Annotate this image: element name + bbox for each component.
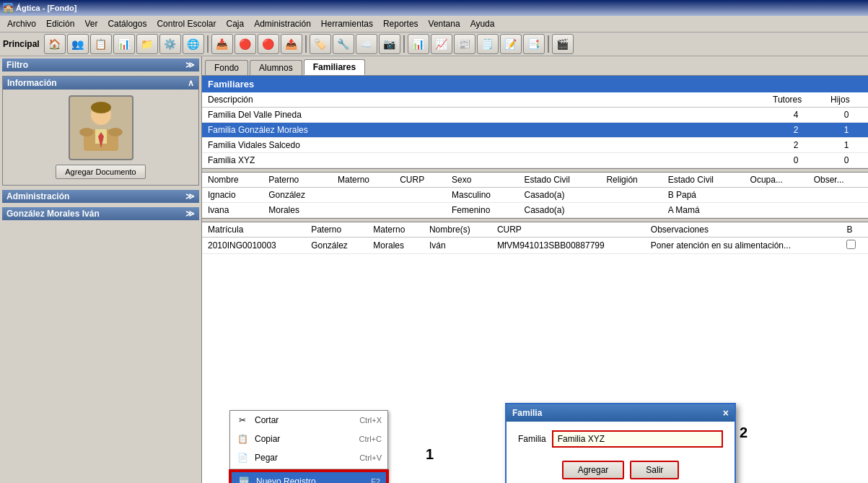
tb-btn-15[interactable]: 📷 [379, 34, 400, 54]
cell-hijos: 0 [825, 108, 868, 123]
menu-administracion[interactable]: Administración [250, 17, 315, 30]
tb-btn-8[interactable]: 📥 [211, 34, 233, 54]
menu-catalogos[interactable]: Catálogos [103, 17, 151, 30]
dialog-salir-button[interactable]: Salir [630, 461, 679, 479]
dialog-agregar-button[interactable]: Agregar [562, 461, 625, 479]
tb-btn-13[interactable]: 🔧 [333, 34, 354, 54]
ctx-copiar[interactable]: 📋 Copiar Ctrl+C [230, 430, 387, 448]
tb-btn-16[interactable]: 📊 [408, 34, 429, 54]
dialog-close-button[interactable]: × [723, 407, 729, 419]
familiares-table: Descripción Tutores Hijos Familia Del Va… [202, 92, 868, 168]
toolbar: Principal 🏠 👥 📋 📊 📁 ⚙️ 🌐 📥 🔴 🔴 📤 🏷️ 🔧 ☁️… [0, 32, 868, 56]
table-row[interactable]: Familia González Morales 2 1 [202, 123, 868, 138]
cell-hijos: 1 [825, 123, 868, 138]
tb-btn-18[interactable]: 📰 [454, 34, 475, 54]
tb-btn-22[interactable]: 🎬 [552, 34, 574, 54]
cell-sexo: Masculino [446, 188, 519, 203]
tb-btn-19[interactable]: 🗒️ [477, 34, 499, 54]
ctx-cortar-label: Cortar [255, 415, 354, 425]
cell-religion [600, 188, 662, 203]
cell-descripcion: Familia Vidales Salcedo [202, 138, 767, 153]
ctx-nuevo-shortcut: F2 [371, 477, 380, 483]
person-table-container: Nombre Paterno Materno CURP Sexo Estado … [202, 173, 868, 218]
tb-btn-10[interactable]: 🔴 [258, 34, 279, 54]
table-row[interactable]: Ignacio González Masculino Casado(a) B P… [202, 188, 868, 203]
tb-btn-21[interactable]: 📑 [523, 34, 545, 54]
tb-btn-7[interactable]: 🌐 [183, 34, 204, 54]
tb-btn-11[interactable]: 📤 [281, 34, 302, 54]
gonzalez-morales-header[interactable]: González Morales Iván ≫ [2, 207, 199, 220]
tab-familiares[interactable]: Familiares [304, 59, 365, 75]
cell-a-materno: Morales [367, 238, 424, 254]
col-a-paterno: Paterno [305, 222, 367, 238]
svg-point-6 [79, 128, 94, 136]
gonzalez-morales-label: González Morales Iván [6, 209, 100, 219]
dialog-footer: Agregar Salir [507, 456, 735, 483]
ctx-pegar-shortcut: Ctrl+V [359, 453, 382, 462]
filtro-header[interactable]: Filtro ≫ [2, 58, 199, 71]
agregar-documento-button[interactable]: Agregar Documento [56, 165, 145, 179]
cell-sexo: Femenino [446, 203, 519, 218]
menu-reportes[interactable]: Reportes [379, 17, 423, 30]
ctx-separator [230, 469, 387, 469]
tb-btn-5[interactable]: 📁 [136, 34, 158, 54]
cell-tutores: 2 [767, 123, 825, 138]
menu-archivo[interactable]: Archivo [3, 17, 40, 30]
cell-matricula: 2010ING0010003 [202, 238, 305, 254]
informacion-header[interactable]: Información ∧ [3, 77, 198, 90]
table-row[interactable]: Familia XYZ 0 0 [202, 153, 868, 168]
col-observaciones: Observaciones [645, 222, 841, 238]
administracion-header[interactable]: Administración ≫ [2, 190, 199, 203]
tb-btn-9[interactable]: 🔴 [234, 34, 256, 54]
familiares-title: Familiares [202, 76, 868, 92]
ctx-cortar-shortcut: Ctrl+X [359, 416, 382, 425]
col-a-curp: CURP [491, 222, 645, 238]
col-obser: Obser... [808, 173, 868, 188]
table-row[interactable]: Familia Vidales Salcedo 2 1 [202, 138, 868, 153]
menu-caja[interactable]: Caja [222, 17, 248, 30]
tb-btn-12[interactable]: 🏷️ [310, 34, 331, 54]
tb-btn-4[interactable]: 📊 [113, 34, 135, 54]
ctx-pegar[interactable]: 📄 Pegar Ctrl+V [230, 448, 387, 467]
menu-control-escolar[interactable]: Control Escolar [152, 17, 220, 30]
ctx-nuevo-label: Nuevo Registro [256, 477, 365, 483]
dialog-title-bar: Familia × [507, 404, 735, 422]
table-row[interactable]: Ivana Morales Femenino Casado(a) A Mamá [202, 203, 868, 218]
tb-btn-1[interactable]: 🏠 [44, 34, 66, 54]
cell-b [841, 238, 868, 254]
menu-edicion[interactable]: Edición [42, 17, 79, 30]
ctx-cortar[interactable]: ✂ Cortar Ctrl+X [230, 411, 387, 430]
menu-herramientas[interactable]: Herramientas [317, 17, 377, 30]
dialog-title-text: Familia [512, 408, 542, 418]
new-icon: 🆕 [237, 475, 250, 483]
dialog-familia-input[interactable] [552, 430, 723, 448]
gonzalez-morales-section: González Morales Iván ≫ [2, 207, 199, 220]
menu-ventana[interactable]: Ventana [424, 17, 465, 30]
gonzalez-morales-collapse-icon[interactable]: ≫ [185, 209, 195, 219]
paste-icon: 📄 [236, 451, 249, 464]
filtro-collapse-icon[interactable]: ≫ [185, 60, 195, 70]
table-row[interactable]: 2010ING0010003 González Morales Iván MfV… [202, 238, 868, 254]
administracion-collapse-icon[interactable]: ≫ [185, 191, 195, 201]
tb-btn-17[interactable]: 📈 [431, 34, 452, 54]
menu-ayuda[interactable]: Ayuda [466, 17, 499, 30]
row-checkbox[interactable] [846, 240, 856, 249]
menu-ver[interactable]: Ver [80, 17, 102, 30]
cell-nombre: Ivana [202, 203, 263, 218]
filtro-section: Filtro ≫ [2, 58, 199, 71]
tb-btn-20[interactable]: 📝 [500, 34, 522, 54]
toolbar-separator-4 [548, 35, 549, 53]
tb-btn-6[interactable]: ⚙️ [159, 34, 181, 54]
table-row[interactable]: Familia Del Valle Pineda 4 0 [202, 108, 868, 123]
tb-btn-3[interactable]: 📋 [90, 34, 112, 54]
tab-fondo[interactable]: Fondo [205, 60, 248, 75]
cell-tutores: 2 [767, 138, 825, 153]
tab-alumnos[interactable]: Alumnos [250, 60, 302, 75]
ctx-nuevo-registro[interactable]: 🆕 Nuevo Registro F2 [230, 471, 387, 483]
informacion-expand-icon[interactable]: ∧ [188, 78, 194, 88]
cell-estado-civil2: A Mamá [662, 203, 745, 218]
tb-btn-14[interactable]: ☁️ [356, 34, 377, 54]
ctx-copiar-shortcut: Ctrl+C [359, 435, 382, 443]
tb-btn-2[interactable]: 👥 [67, 34, 89, 54]
svg-point-2 [91, 102, 111, 113]
